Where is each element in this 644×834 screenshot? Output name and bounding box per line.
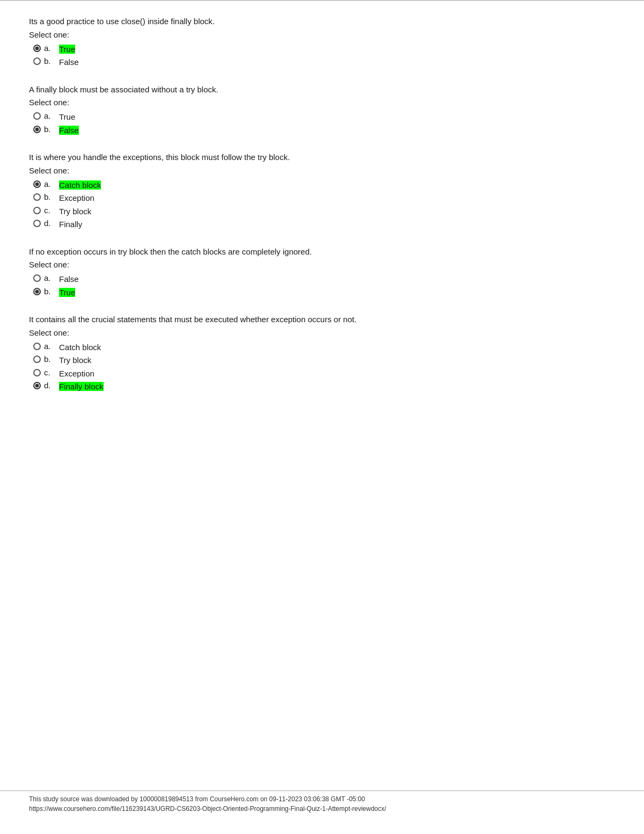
option-row-3-1: a.Catch block [33, 179, 615, 192]
option-label-3-3: c. [44, 206, 56, 215]
question-text-1: Its a good practice to use close() insid… [29, 16, 615, 28]
option-text-5-2: Try block [59, 354, 91, 367]
option-label-5-3: c. [44, 368, 56, 377]
radio-3-4[interactable] [33, 220, 41, 227]
radio-2-2[interactable] [33, 126, 41, 133]
option-text-2-2: False [59, 125, 79, 137]
question-text-3: It is where you handle the exceptions, t… [29, 151, 615, 164]
option-row-5-1: a.Catch block [33, 342, 615, 354]
option-text-4-1: False [59, 273, 79, 286]
select-one-label-4: Select one: [29, 260, 615, 269]
option-label-3-4: d. [44, 219, 56, 228]
option-label-3-1: a. [44, 179, 56, 188]
radio-3-1[interactable] [33, 180, 41, 188]
radio-4-1[interactable] [33, 274, 41, 282]
option-row-3-3: c.Try block [33, 206, 615, 218]
option-label-3-2: b. [44, 192, 56, 201]
radio-4-2[interactable] [33, 288, 41, 295]
option-text-3-2: Exception [59, 192, 94, 205]
question-block-3: It is where you handle the exceptions, t… [29, 151, 615, 231]
radio-1-1[interactable] [33, 45, 41, 52]
option-text-5-1: Catch block [59, 342, 101, 354]
option-row-3-2: b.Exception [33, 192, 615, 205]
option-row-2-2: b.False [33, 125, 615, 137]
option-text-5-3: Exception [59, 368, 94, 380]
option-label-5-1: a. [44, 342, 56, 351]
option-text-1-2: False [59, 56, 79, 69]
radio-5-3[interactable] [33, 369, 41, 376]
radio-3-2[interactable] [33, 193, 41, 201]
option-row-4-2: b.True [33, 287, 615, 299]
option-label-5-4: d. [44, 381, 56, 390]
question-block-5: It contains all the crucial statements t… [29, 314, 615, 393]
radio-5-1[interactable] [33, 343, 41, 350]
page-content: Its a good practice to use close() insid… [0, 6, 644, 451]
option-label-2-1: a. [44, 111, 56, 120]
option-text-3-4: Finally [59, 219, 82, 231]
option-row-1-1: a.True [33, 43, 615, 56]
option-text-5-4: Finally block [59, 381, 104, 393]
option-label-1-1: a. [44, 43, 56, 53]
option-row-3-4: d.Finally [33, 219, 615, 231]
option-text-3-3: Try block [59, 206, 91, 218]
option-text-4-2: True [59, 287, 75, 299]
option-label-2-2: b. [44, 125, 56, 134]
question-text-5: It contains all the crucial statements t… [29, 314, 615, 326]
select-one-label-2: Select one: [29, 98, 615, 107]
question-block-1: Its a good practice to use close() insid… [29, 16, 615, 69]
option-text-1-1: True [59, 43, 75, 56]
option-row-4-1: a.False [33, 273, 615, 286]
select-one-label-5: Select one: [29, 328, 615, 337]
radio-3-3[interactable] [33, 207, 41, 214]
radio-2-1[interactable] [33, 112, 41, 120]
radio-5-2[interactable] [33, 356, 41, 363]
radio-5-4[interactable] [33, 382, 41, 389]
option-label-4-2: b. [44, 287, 56, 296]
option-text-3-1: Catch block [59, 179, 101, 192]
footer-download-text: This study source was downloaded by 1000… [29, 795, 615, 803]
option-row-2-1: a.True [33, 111, 615, 124]
question-block-4: If no exception occurs in try block then… [29, 246, 615, 299]
option-label-5-2: b. [44, 354, 56, 364]
option-row-5-4: d.Finally block [33, 381, 615, 393]
option-row-1-2: b.False [33, 56, 615, 69]
option-row-5-2: b.Try block [33, 354, 615, 367]
question-text-2: A finally block must be associated witho… [29, 84, 615, 96]
select-one-label-3: Select one: [29, 166, 615, 175]
option-row-5-3: c.Exception [33, 368, 615, 380]
select-one-label-1: Select one: [29, 30, 615, 39]
footer-url: https://www.coursehero.com/file/11623914… [29, 805, 615, 813]
question-block-2: A finally block must be associated witho… [29, 84, 615, 137]
option-label-4-1: a. [44, 273, 56, 282]
footer-area: This study source was downloaded by 1000… [0, 791, 644, 813]
option-text-2-1: True [59, 111, 75, 124]
question-text-4: If no exception occurs in try block then… [29, 246, 615, 258]
radio-1-2[interactable] [33, 57, 41, 65]
option-label-1-2: b. [44, 56, 56, 66]
